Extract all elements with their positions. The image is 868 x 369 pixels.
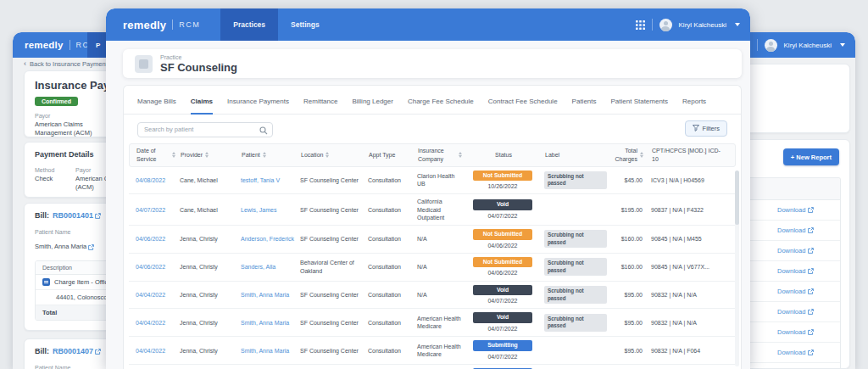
table-row[interactable]: 04/08/2022 Cane, Michael testoff, Tania … — [129, 167, 736, 195]
nav-tab-practices[interactable]: Practices — [220, 8, 278, 41]
download-link[interactable]: Download — [777, 226, 814, 234]
date-of-service-link[interactable]: 04/06/2022 — [136, 264, 165, 270]
column-cpt-hcpcs-mod-icd-10: CPT/HCPCS [MOD.] ICD-10 — [652, 147, 728, 162]
avatar[interactable] — [765, 39, 777, 52]
tab-patients[interactable]: Patients — [572, 98, 597, 115]
table-row[interactable]: 04/04/2022 Jenna, Christy Smith, Anna Ma… — [129, 337, 736, 365]
practice-label: Practice — [160, 54, 237, 60]
bill-number-link[interactable]: RB0001407 — [53, 347, 101, 355]
sort-icon[interactable] — [172, 152, 175, 158]
table-row[interactable]: 04/06/2022 Jenna, Christy Sanders, Alla … — [129, 254, 736, 282]
provider-cell: Cane, Michael — [180, 176, 241, 184]
avatar[interactable] — [659, 19, 672, 31]
external-link-icon — [808, 288, 814, 294]
patient-link[interactable]: Anderson, Frederick — [241, 236, 294, 242]
status-date: 04/06/2022 — [487, 269, 517, 277]
date-of-service-link[interactable]: 04/04/2022 — [136, 348, 165, 354]
label-badge: Scrubbing not passed — [544, 258, 607, 275]
remedly-logo: remedly RCM — [13, 40, 97, 50]
patient-link[interactable]: Smith, Anna Maria — [241, 348, 289, 354]
user-name[interactable]: Kiryl Kalcheuski — [679, 21, 726, 29]
vertical-scrollbar[interactable] — [735, 171, 739, 366]
tab-patient-statements[interactable]: Patient Statements — [611, 98, 669, 115]
sort-icon[interactable] — [459, 152, 462, 158]
chevron-down-icon[interactable] — [840, 43, 845, 47]
patient-link[interactable]: testoff, Tania V — [241, 177, 280, 183]
status-badge: Confirmed — [35, 97, 78, 106]
sort-icon[interactable] — [205, 152, 209, 158]
total-charges-cell: $160.00 — [612, 235, 651, 243]
apps-grid-icon[interactable] — [636, 20, 645, 30]
tab-charge-fee-schedule[interactable]: Charge Fee Schedule — [408, 98, 474, 115]
sort-icon[interactable] — [263, 152, 266, 158]
download-link[interactable]: Download — [777, 206, 814, 214]
remedly-logo[interactable]: remedly RCM — [106, 19, 200, 31]
table-row[interactable]: 04/04/2022 Jenna, Christy Smith, Anna Ma… — [129, 282, 736, 310]
date-of-service-link[interactable]: 04/04/2022 — [136, 320, 165, 326]
date-of-service-link[interactable]: 04/08/2022 — [136, 177, 165, 183]
new-report-button[interactable]: + New Report — [783, 148, 839, 165]
tab-claims[interactable]: Claims — [191, 98, 213, 115]
external-link-icon — [808, 248, 814, 254]
chevron-down-icon[interactable] — [735, 23, 740, 26]
column-appt-type: Appt Type — [369, 151, 418, 159]
table-row[interactable]: 04/04/2022 Jenna, Christy Smith, Anna Ma… — [129, 309, 736, 337]
reports-table-header — [743, 178, 840, 200]
label-cell: Scrubbing not passed — [544, 314, 612, 331]
patient-link[interactable]: Lewis, James — [241, 207, 276, 213]
total-charges-cell: $95.00 — [612, 319, 651, 327]
tab-reports[interactable]: Reports — [682, 98, 706, 115]
total-charges-cell: $195.00 — [612, 206, 651, 214]
location-cell: SF Counseling Center — [300, 176, 368, 184]
status-date: 04/07/2022 — [487, 325, 517, 333]
external-link-icon — [808, 309, 814, 315]
cpt-cell: 90845 | N/A | V677X... — [651, 263, 729, 271]
table-row[interactable]: 04/06/2022 Jenna, Christy Anderson, Fred… — [129, 226, 736, 254]
download-link[interactable]: Download — [777, 288, 814, 295]
status-cell: Void 04/07/2022 — [466, 285, 544, 305]
download-link[interactable]: Download — [777, 349, 814, 356]
status-cell: Not Submitted 10/26/2022 — [466, 171, 544, 191]
bill-number-link[interactable]: RB0001401 — [53, 211, 101, 220]
status-cell: Submitting 04/07/2022 — [466, 340, 544, 361]
patient-link[interactable]: Smith, Anna Maria — [241, 320, 289, 326]
download-link[interactable]: Download — [777, 328, 814, 336]
external-link-icon — [88, 244, 94, 250]
insurance-company-cell: N/A — [417, 291, 466, 299]
status-badge: Void — [473, 312, 532, 323]
total-charges-cell: $95.00 — [612, 347, 651, 355]
external-link-icon — [95, 349, 101, 355]
external-link-icon — [808, 268, 814, 274]
external-link-icon — [808, 207, 814, 213]
status-badge: Not Submitted — [473, 171, 532, 182]
location-cell: SF Counseling Center — [300, 235, 368, 243]
patient-link[interactable]: Smith, Anna Maria — [241, 292, 289, 298]
tab-manage-bills[interactable]: Manage Bills — [137, 98, 176, 115]
appt-type-cell: Consultation — [368, 291, 417, 299]
filters-button[interactable]: Filters — [685, 120, 727, 137]
tab-remittance[interactable]: Remittance — [303, 98, 337, 115]
download-link[interactable]: Download — [777, 267, 814, 275]
nav-tab-settings[interactable]: Settings — [278, 8, 332, 41]
date-of-service-link[interactable]: 04/06/2022 — [136, 236, 165, 242]
date-of-service-link[interactable]: 04/07/2022 — [136, 207, 165, 213]
sort-icon[interactable] — [640, 152, 643, 158]
download-link[interactable]: Download — [777, 247, 814, 254]
patient-name-link[interactable]: Smith, Anna Maria — [35, 243, 94, 250]
scrollbar-thumb[interactable] — [735, 171, 739, 225]
tab-contract-fee-schedule[interactable]: Contract Fee Schedule — [488, 98, 558, 115]
table-row[interactable]: 04/07/2022 Cane, Michael Lewis, James SF… — [129, 194, 736, 225]
search-input[interactable] — [137, 122, 273, 137]
report-row: Download — [743, 241, 840, 261]
claims-table-body: 04/08/2022 Cane, Michael testoff, Tania … — [129, 167, 736, 369]
patient-link[interactable]: Sanders, Alla — [241, 264, 275, 270]
date-of-service-link[interactable]: 04/04/2022 — [136, 292, 165, 298]
download-link[interactable]: Download — [777, 308, 814, 316]
table-row[interactable]: 04/04/2022 Jenna, Christy Smith, Anna Ma… — [129, 365, 736, 369]
tab-insurance-payments[interactable]: Insurance Payments — [227, 98, 289, 115]
patient-name-label: Patient Name — [35, 229, 104, 235]
user-name[interactable]: Kiryl Kalcheuski — [784, 42, 832, 49]
tab-billing-ledger[interactable]: Billing Ledger — [352, 98, 392, 115]
back-to-insurance-payment-link[interactable]: ‹ Back to Insurance Payment — [24, 60, 108, 68]
sort-icon[interactable] — [326, 152, 329, 158]
